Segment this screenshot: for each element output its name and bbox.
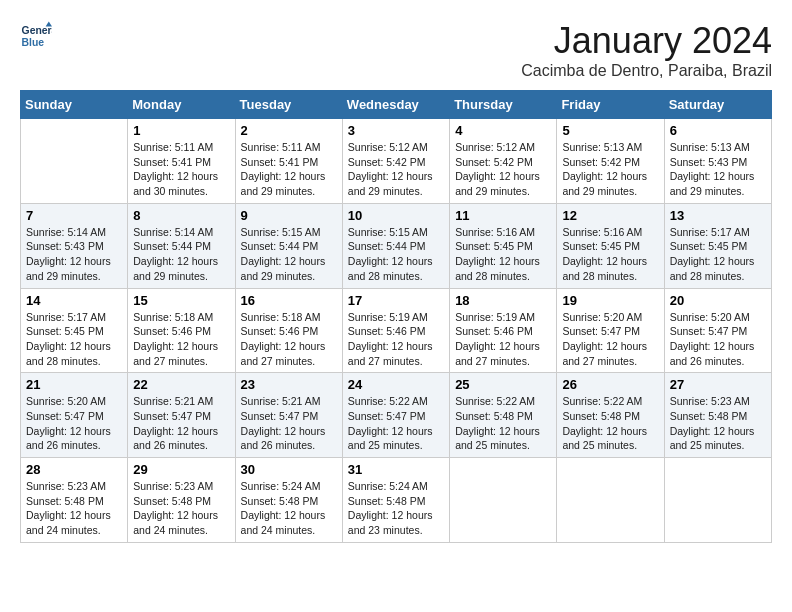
- day-info: Sunrise: 5:17 AMSunset: 5:45 PMDaylight:…: [670, 225, 766, 284]
- week-row-3: 14Sunrise: 5:17 AMSunset: 5:45 PMDayligh…: [21, 288, 772, 373]
- calendar-cell: 25Sunrise: 5:22 AMSunset: 5:48 PMDayligh…: [450, 373, 557, 458]
- day-number: 4: [455, 123, 551, 138]
- svg-text:Blue: Blue: [22, 37, 45, 48]
- day-info: Sunrise: 5:19 AMSunset: 5:46 PMDaylight:…: [348, 310, 444, 369]
- calendar-cell: 14Sunrise: 5:17 AMSunset: 5:45 PMDayligh…: [21, 288, 128, 373]
- day-number: 16: [241, 293, 337, 308]
- day-number: 22: [133, 377, 229, 392]
- calendar-cell: 11Sunrise: 5:16 AMSunset: 5:45 PMDayligh…: [450, 203, 557, 288]
- calendar-cell: [21, 119, 128, 204]
- calendar-cell: 24Sunrise: 5:22 AMSunset: 5:47 PMDayligh…: [342, 373, 449, 458]
- day-number: 23: [241, 377, 337, 392]
- day-number: 13: [670, 208, 766, 223]
- day-info: Sunrise: 5:16 AMSunset: 5:45 PMDaylight:…: [455, 225, 551, 284]
- calendar-cell: 30Sunrise: 5:24 AMSunset: 5:48 PMDayligh…: [235, 458, 342, 543]
- day-info: Sunrise: 5:14 AMSunset: 5:44 PMDaylight:…: [133, 225, 229, 284]
- day-number: 7: [26, 208, 122, 223]
- day-info: Sunrise: 5:18 AMSunset: 5:46 PMDaylight:…: [241, 310, 337, 369]
- logo: General Blue: [20, 20, 52, 52]
- day-info: Sunrise: 5:20 AMSunset: 5:47 PMDaylight:…: [670, 310, 766, 369]
- day-number: 17: [348, 293, 444, 308]
- calendar-cell: 10Sunrise: 5:15 AMSunset: 5:44 PMDayligh…: [342, 203, 449, 288]
- day-info: Sunrise: 5:22 AMSunset: 5:48 PMDaylight:…: [562, 394, 658, 453]
- day-info: Sunrise: 5:19 AMSunset: 5:46 PMDaylight:…: [455, 310, 551, 369]
- calendar-cell: 27Sunrise: 5:23 AMSunset: 5:48 PMDayligh…: [664, 373, 771, 458]
- calendar-cell: 29Sunrise: 5:23 AMSunset: 5:48 PMDayligh…: [128, 458, 235, 543]
- calendar-cell: 7Sunrise: 5:14 AMSunset: 5:43 PMDaylight…: [21, 203, 128, 288]
- month-title: January 2024: [521, 20, 772, 62]
- day-info: Sunrise: 5:15 AMSunset: 5:44 PMDaylight:…: [348, 225, 444, 284]
- day-number: 6: [670, 123, 766, 138]
- day-info: Sunrise: 5:22 AMSunset: 5:47 PMDaylight:…: [348, 394, 444, 453]
- calendar-cell: 4Sunrise: 5:12 AMSunset: 5:42 PMDaylight…: [450, 119, 557, 204]
- day-info: Sunrise: 5:23 AMSunset: 5:48 PMDaylight:…: [26, 479, 122, 538]
- week-row-5: 28Sunrise: 5:23 AMSunset: 5:48 PMDayligh…: [21, 458, 772, 543]
- week-row-2: 7Sunrise: 5:14 AMSunset: 5:43 PMDaylight…: [21, 203, 772, 288]
- calendar-cell: 5Sunrise: 5:13 AMSunset: 5:42 PMDaylight…: [557, 119, 664, 204]
- calendar-cell: 23Sunrise: 5:21 AMSunset: 5:47 PMDayligh…: [235, 373, 342, 458]
- calendar-cell: 31Sunrise: 5:24 AMSunset: 5:48 PMDayligh…: [342, 458, 449, 543]
- day-info: Sunrise: 5:13 AMSunset: 5:42 PMDaylight:…: [562, 140, 658, 199]
- header-thursday: Thursday: [450, 91, 557, 119]
- day-info: Sunrise: 5:14 AMSunset: 5:43 PMDaylight:…: [26, 225, 122, 284]
- day-number: 10: [348, 208, 444, 223]
- day-info: Sunrise: 5:24 AMSunset: 5:48 PMDaylight:…: [348, 479, 444, 538]
- day-number: 28: [26, 462, 122, 477]
- day-number: 5: [562, 123, 658, 138]
- day-info: Sunrise: 5:11 AMSunset: 5:41 PMDaylight:…: [241, 140, 337, 199]
- day-number: 30: [241, 462, 337, 477]
- calendar-cell: [664, 458, 771, 543]
- day-number: 19: [562, 293, 658, 308]
- calendar-table: SundayMondayTuesdayWednesdayThursdayFrid…: [20, 90, 772, 543]
- day-number: 25: [455, 377, 551, 392]
- calendar-cell: 9Sunrise: 5:15 AMSunset: 5:44 PMDaylight…: [235, 203, 342, 288]
- day-info: Sunrise: 5:12 AMSunset: 5:42 PMDaylight:…: [455, 140, 551, 199]
- day-number: 12: [562, 208, 658, 223]
- calendar-cell: 21Sunrise: 5:20 AMSunset: 5:47 PMDayligh…: [21, 373, 128, 458]
- day-info: Sunrise: 5:15 AMSunset: 5:44 PMDaylight:…: [241, 225, 337, 284]
- calendar-cell: 12Sunrise: 5:16 AMSunset: 5:45 PMDayligh…: [557, 203, 664, 288]
- day-number: 21: [26, 377, 122, 392]
- day-number: 14: [26, 293, 122, 308]
- day-number: 2: [241, 123, 337, 138]
- header-monday: Monday: [128, 91, 235, 119]
- day-number: 1: [133, 123, 229, 138]
- calendar-cell: 22Sunrise: 5:21 AMSunset: 5:47 PMDayligh…: [128, 373, 235, 458]
- page-header: General Blue January 2024 Cacimba de Den…: [20, 20, 772, 80]
- calendar-cell: [557, 458, 664, 543]
- calendar-cell: 8Sunrise: 5:14 AMSunset: 5:44 PMDaylight…: [128, 203, 235, 288]
- calendar-cell: 13Sunrise: 5:17 AMSunset: 5:45 PMDayligh…: [664, 203, 771, 288]
- day-info: Sunrise: 5:24 AMSunset: 5:48 PMDaylight:…: [241, 479, 337, 538]
- calendar-cell: 6Sunrise: 5:13 AMSunset: 5:43 PMDaylight…: [664, 119, 771, 204]
- header-wednesday: Wednesday: [342, 91, 449, 119]
- header-sunday: Sunday: [21, 91, 128, 119]
- day-info: Sunrise: 5:23 AMSunset: 5:48 PMDaylight:…: [670, 394, 766, 453]
- day-number: 24: [348, 377, 444, 392]
- day-info: Sunrise: 5:12 AMSunset: 5:42 PMDaylight:…: [348, 140, 444, 199]
- day-number: 3: [348, 123, 444, 138]
- location: Cacimba de Dentro, Paraiba, Brazil: [521, 62, 772, 80]
- day-info: Sunrise: 5:23 AMSunset: 5:48 PMDaylight:…: [133, 479, 229, 538]
- week-row-4: 21Sunrise: 5:20 AMSunset: 5:47 PMDayligh…: [21, 373, 772, 458]
- svg-text:General: General: [22, 25, 52, 36]
- calendar-cell: 15Sunrise: 5:18 AMSunset: 5:46 PMDayligh…: [128, 288, 235, 373]
- day-info: Sunrise: 5:20 AMSunset: 5:47 PMDaylight:…: [562, 310, 658, 369]
- day-number: 31: [348, 462, 444, 477]
- day-number: 27: [670, 377, 766, 392]
- day-info: Sunrise: 5:21 AMSunset: 5:47 PMDaylight:…: [133, 394, 229, 453]
- day-info: Sunrise: 5:16 AMSunset: 5:45 PMDaylight:…: [562, 225, 658, 284]
- day-number: 18: [455, 293, 551, 308]
- day-number: 8: [133, 208, 229, 223]
- calendar-cell: 19Sunrise: 5:20 AMSunset: 5:47 PMDayligh…: [557, 288, 664, 373]
- calendar-cell: 3Sunrise: 5:12 AMSunset: 5:42 PMDaylight…: [342, 119, 449, 204]
- day-info: Sunrise: 5:17 AMSunset: 5:45 PMDaylight:…: [26, 310, 122, 369]
- day-number: 11: [455, 208, 551, 223]
- calendar-cell: [450, 458, 557, 543]
- day-number: 9: [241, 208, 337, 223]
- svg-marker-2: [46, 22, 52, 27]
- calendar-cell: 16Sunrise: 5:18 AMSunset: 5:46 PMDayligh…: [235, 288, 342, 373]
- logo-icon: General Blue: [20, 20, 52, 52]
- header-friday: Friday: [557, 91, 664, 119]
- day-number: 20: [670, 293, 766, 308]
- calendar-cell: 1Sunrise: 5:11 AMSunset: 5:41 PMDaylight…: [128, 119, 235, 204]
